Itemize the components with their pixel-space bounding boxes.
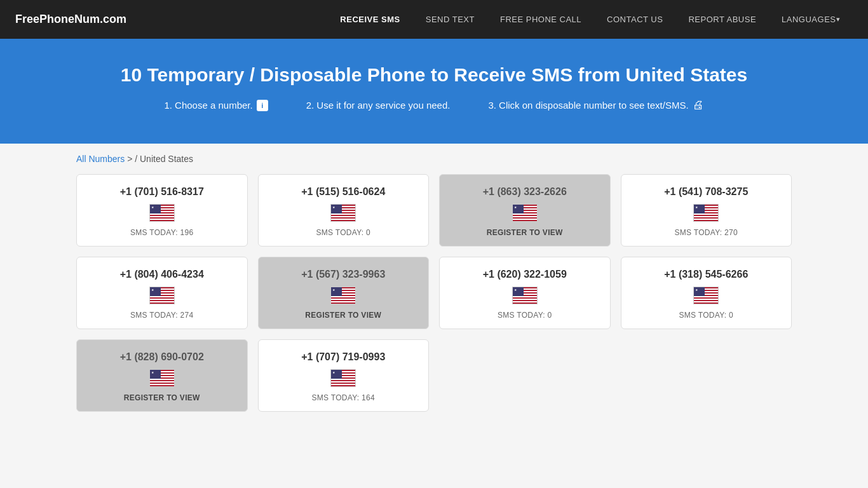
number-card-num5[interactable]: +1 (804) 406-4234SMS TODAY: 274 — [76, 257, 248, 329]
us-flag-icon — [693, 287, 719, 304]
hero-section: 10 Temporary / Disposable Phone to Recei… — [0, 39, 868, 144]
sms-count: SMS TODAY: 196 — [85, 228, 240, 237]
sms-count: SMS TODAY: 270 — [629, 228, 784, 237]
us-flag-icon — [330, 369, 356, 387]
sms-count: SMS TODAY: 0 — [447, 311, 602, 320]
us-flag-icon — [512, 204, 538, 222]
nav-links: RECEIVE SMSSEND TEXTFREE PHONE CALLCONTA… — [327, 0, 853, 39]
hero-title: 10 Temporary / Disposable Phone to Recei… — [13, 64, 855, 86]
nav-link-send-text[interactable]: SEND TEXT — [413, 0, 487, 39]
step-2-text: 2. Use it for any service you need. — [306, 100, 451, 111]
nav-link-free-phone-call[interactable]: FREE PHONE CALL — [487, 0, 594, 39]
phone-number: +1 (863) 323-2626 — [447, 186, 602, 198]
breadcrumb-separator: > — [127, 154, 132, 164]
sms-count: SMS TODAY: 164 — [266, 393, 421, 402]
sms-count: SMS TODAY: 274 — [85, 311, 240, 320]
phone-number: +1 (620) 322-1059 — [447, 269, 602, 280]
phone-number: +1 (318) 545-6266 — [629, 269, 784, 280]
us-flag-icon — [512, 287, 538, 304]
breadcrumb-current: United States — [140, 154, 193, 164]
phone-icon: 🖨 — [693, 98, 704, 112]
brand-logo[interactable]: FreePhoneNum.com — [15, 13, 126, 26]
us-flag-icon — [330, 287, 356, 304]
sms-count: SMS TODAY: 0 — [629, 311, 784, 320]
info-icon: i — [257, 100, 268, 111]
us-flag-icon — [693, 204, 719, 222]
step-3: 3. Click on disposable number to see tex… — [488, 98, 703, 112]
phone-number: +1 (567) 323-9963 — [266, 269, 421, 280]
phone-number: +1 (701) 516-8317 — [85, 186, 240, 198]
us-flag-icon — [149, 287, 175, 304]
step-1: 1. Choose a number. i — [164, 98, 268, 112]
us-flag-icon — [330, 204, 356, 222]
step-3-text: 3. Click on disposable number to see tex… — [488, 100, 688, 111]
number-card-num9: +1 (828) 690-0702REGISTER TO VIEW — [76, 339, 248, 412]
number-card-num1[interactable]: +1 (701) 516-8317SMS TODAY: 196 — [76, 174, 248, 247]
nav-link-languages[interactable]: LANGUAGES — [769, 0, 853, 39]
nav-link-contact-us[interactable]: CONTACT US — [594, 0, 675, 39]
us-flag-icon — [149, 369, 175, 387]
us-flag-icon — [149, 204, 175, 222]
phone-number: +1 (541) 708-3275 — [629, 186, 784, 198]
number-card-num6: +1 (567) 323-9963REGISTER TO VIEW — [258, 257, 430, 329]
sms-count: SMS TODAY: 0 — [266, 228, 421, 237]
number-card-num7[interactable]: +1 (620) 322-1059SMS TODAY: 0 — [439, 257, 611, 329]
breadcrumb-all-numbers[interactable]: All Numbers — [76, 154, 125, 164]
phone-number: +1 (707) 719-0993 — [266, 351, 421, 363]
breadcrumb: All Numbers > / United States — [0, 144, 868, 169]
number-card-num10[interactable]: +1 (707) 719-0993SMS TODAY: 164 — [258, 339, 430, 412]
phone-number: +1 (828) 690-0702 — [85, 351, 240, 363]
phone-number: +1 (804) 406-4234 — [85, 269, 240, 280]
number-card-num4[interactable]: +1 (541) 708-3275SMS TODAY: 270 — [621, 174, 792, 247]
nav-link-receive-sms[interactable]: RECEIVE SMS — [327, 0, 412, 39]
sms-count: REGISTER TO VIEW — [85, 393, 240, 402]
sms-count: REGISTER TO VIEW — [266, 311, 421, 320]
number-card-num8[interactable]: +1 (318) 545-6266SMS TODAY: 0 — [621, 257, 792, 329]
nav-link-report-abuse[interactable]: REPORT ABUSE — [675, 0, 769, 39]
sms-count: REGISTER TO VIEW — [447, 228, 602, 237]
breadcrumb-slash: / — [135, 154, 140, 164]
step-2: 2. Use it for any service you need. — [306, 98, 451, 112]
navbar: FreePhoneNum.com RECEIVE SMSSEND TEXTFRE… — [0, 0, 868, 39]
phone-number: +1 (515) 516-0624 — [266, 186, 421, 198]
hero-steps: 1. Choose a number. i 2. Use it for any … — [13, 98, 855, 112]
step-1-text: 1. Choose a number. — [164, 100, 252, 111]
number-card-num2[interactable]: +1 (515) 516-0624SMS TODAY: 0 — [258, 174, 430, 247]
number-card-num3: +1 (863) 323-2626REGISTER TO VIEW — [439, 174, 611, 247]
numbers-grid: +1 (701) 516-8317SMS TODAY: 196+1 (515) … — [0, 169, 868, 437]
